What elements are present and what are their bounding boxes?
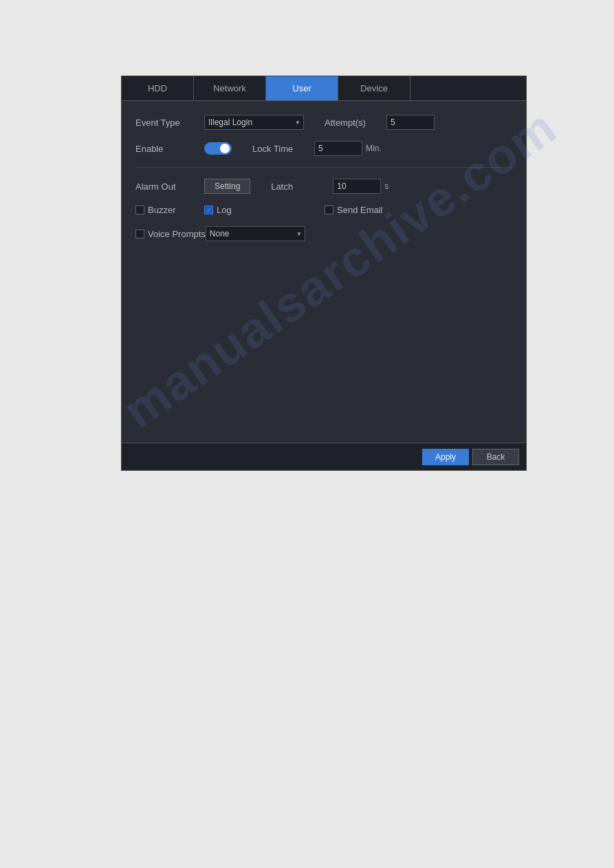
apply-button[interactable]: Apply	[422, 449, 469, 465]
content-area: Event Type Illegal Login Attempt(s) Enab…	[122, 101, 526, 266]
back-button[interactable]: Back	[472, 449, 519, 465]
alarm-out-label: Alarm Out	[135, 181, 204, 192]
tab-hdd[interactable]: HDD	[122, 76, 194, 100]
attempts-input[interactable]	[386, 115, 435, 130]
voice-prompts-dropdown-wrapper: None	[206, 226, 305, 241]
alarm-out-row: Alarm Out Setting Latch s	[135, 179, 512, 194]
settings-panel: HDD Network User Device Event Type Illeg…	[121, 76, 527, 471]
lock-time-input[interactable]	[314, 141, 362, 156]
event-type-row: Event Type Illegal Login Attempt(s)	[135, 115, 512, 130]
log-label: Log	[217, 205, 232, 215]
send-email-checkbox[interactable]	[325, 205, 333, 214]
enable-label: Enable	[135, 144, 204, 154]
event-type-dropdown-wrapper: Illegal Login	[204, 115, 304, 130]
tab-network[interactable]: Network	[194, 76, 266, 100]
voice-prompts-row: Voice Prompts None	[135, 226, 512, 241]
attempts-label: Attempt(s)	[325, 118, 386, 128]
checks-row: Buzzer ✓ Log Send Email	[135, 205, 512, 215]
voice-prompts-checkbox[interactable]	[135, 230, 144, 238]
tab-bar: HDD Network User Device	[122, 76, 526, 101]
event-type-label: Event Type	[135, 118, 204, 128]
send-email-label: Send Email	[337, 205, 382, 215]
lock-time-label: Lock Time	[252, 144, 314, 154]
panel-footer: Apply Back	[122, 443, 526, 470]
event-type-dropdown[interactable]: Illegal Login	[204, 115, 304, 130]
buzzer-checkbox[interactable]	[135, 205, 144, 214]
divider	[135, 167, 512, 168]
enable-toggle[interactable]	[204, 142, 232, 155]
latch-input[interactable]	[333, 179, 381, 194]
lock-time-unit: Min.	[366, 144, 382, 153]
log-checkbox-wrap[interactable]: ✓ Log	[204, 205, 232, 215]
enable-row: Enable Lock Time Min.	[135, 141, 512, 156]
voice-prompts-checkbox-wrap[interactable]: Voice Prompts	[135, 229, 206, 239]
voice-prompts-label: Voice Prompts	[148, 229, 206, 239]
buzzer-checkbox-wrap[interactable]: Buzzer	[135, 205, 175, 215]
log-checkbox[interactable]: ✓	[204, 205, 213, 214]
latch-label: Latch	[271, 181, 333, 192]
setting-button[interactable]: Setting	[204, 179, 250, 194]
latch-unit: s	[384, 181, 388, 191]
tab-user[interactable]: User	[266, 76, 338, 100]
tab-device[interactable]: Device	[338, 76, 410, 100]
send-email-checkbox-wrap[interactable]: Send Email	[325, 205, 382, 215]
buzzer-label: Buzzer	[148, 205, 175, 215]
voice-prompts-dropdown[interactable]: None	[206, 226, 305, 241]
